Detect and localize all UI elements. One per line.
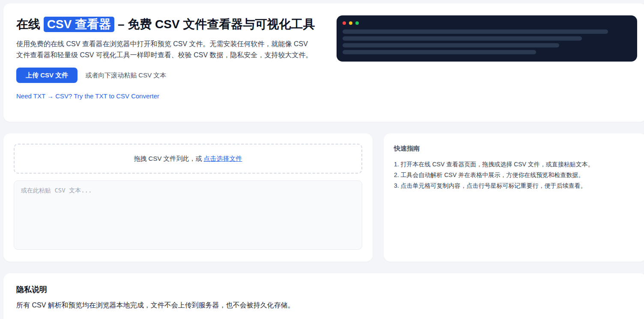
- privacy-text: 所有 CSV 解析和预览均在浏览器本地完成，文件不会上传到服务器，也不会被持久化…: [16, 300, 634, 310]
- guide-step: 点击单元格可复制内容，点击行号星标可标记重要行，便于后续查看。: [394, 180, 636, 191]
- guide-step: 打开本在线 CSV 查看器页面，拖拽或选择 CSV 文件，或直接粘贴文本。: [394, 159, 636, 170]
- upload-hint-text: 或者向下滚动粘贴 CSV 文本: [85, 71, 166, 80]
- window-dot-yellow-icon: [349, 21, 352, 25]
- hero-section: 在线 CSV 查看器 – 免费 CSV 文件查看器与可视化工具 使用免费的在线 …: [3, 3, 644, 122]
- quick-guide-list: 打开本在线 CSV 查看器页面，拖拽或选择 CSV 文件，或直接粘贴文本。 工具…: [394, 159, 636, 191]
- guide-step: 工具会自动解析 CSV 并在表格中展示，方便你在线预览和检查数据。: [394, 170, 636, 180]
- csv-dropzone[interactable]: 拖拽 CSV 文件到此，或 点击选择文件: [14, 144, 362, 174]
- browser-window-mockup: [337, 15, 637, 62]
- quick-guide-card: 快速指南 打开本在线 CSV 查看器页面，拖拽或选择 CSV 文件，或直接粘贴文…: [384, 133, 644, 262]
- hero-text-column: 在线 CSV 查看器 – 免费 CSV 文件查看器与可视化工具 使用免费的在线 …: [16, 15, 316, 100]
- window-traffic-lights: [343, 21, 631, 25]
- window-dot-green-icon: [355, 21, 359, 25]
- page-title-suffix: – 免费 CSV 文件查看器与可视化工具: [114, 18, 315, 31]
- upload-csv-button[interactable]: 上传 CSV 文件: [16, 68, 78, 83]
- hero-actions: 上传 CSV 文件 或者向下滚动粘贴 CSV 文本: [16, 68, 316, 83]
- skeleton-bar: [343, 30, 608, 34]
- window-dot-red-icon: [343, 21, 346, 25]
- main-row: 拖拽 CSV 文件到此，或 点击选择文件 快速指南 打开本在线 CSV 查看器页…: [3, 133, 644, 262]
- page-title: 在线 CSV 查看器 – 免费 CSV 文件查看器与可视化工具: [16, 16, 316, 32]
- hero-illustration-column: [316, 15, 637, 62]
- quick-guide-title: 快速指南: [394, 145, 636, 153]
- txt-to-csv-converter-link[interactable]: Need TXT → CSV? Try the TXT to CSV Conve…: [16, 92, 159, 100]
- privacy-card: 隐私说明 所有 CSV 解析和预览均在浏览器本地完成，文件不会上传到服务器，也不…: [3, 273, 644, 319]
- skeleton-bar: [343, 50, 536, 54]
- privacy-title: 隐私说明: [16, 284, 634, 295]
- page: 在线 CSV 查看器 – 免费 CSV 文件查看器与可视化工具 使用免费的在线 …: [0, 0, 644, 319]
- dropzone-text: 拖拽 CSV 文件到此，或: [134, 155, 202, 163]
- skeleton-bar: [343, 43, 559, 47]
- page-title-prefix: 在线: [16, 18, 44, 31]
- skeleton-bar: [343, 36, 582, 41]
- choose-file-link[interactable]: 点击选择文件: [204, 155, 242, 163]
- upload-card: 拖拽 CSV 文件到此，或 点击选择文件: [3, 133, 373, 262]
- mockup-skeleton-bars: [343, 30, 631, 54]
- hero-description: 使用免费的在线 CSV 查看器在浏览器中打开和预览 CSV 文件。无需安装任何软…: [16, 38, 316, 61]
- csv-paste-textarea[interactable]: [14, 180, 362, 250]
- page-title-highlight: CSV 查看器: [44, 17, 114, 32]
